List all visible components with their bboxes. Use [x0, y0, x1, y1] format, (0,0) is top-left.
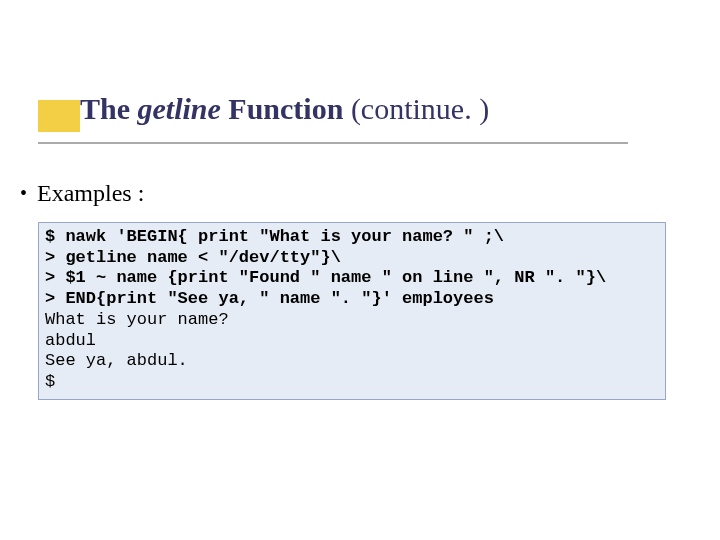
title-text-4: (continue. ) [351, 92, 489, 125]
title-text-3: Function [221, 92, 351, 125]
code-line-2: > getline name < "/dev/tty"}\ [45, 248, 341, 267]
code-line-4: > END{print "See ya, " name ". "}' emplo… [45, 289, 494, 308]
bullet-dot-icon: • [20, 182, 27, 205]
code-line-5: What is your name? [45, 310, 229, 329]
accent-block [38, 100, 80, 132]
title-text-2: getline [138, 92, 221, 125]
code-line-3: > $1 ~ name {print "Found " name " on li… [45, 268, 606, 287]
code-line-8: $ [45, 372, 55, 391]
code-line-6: abdul [45, 331, 96, 350]
code-line-7: See ya, abdul. [45, 351, 188, 370]
bullet-text: Examples : [37, 180, 144, 206]
slide-title: The getline Function (continue. ) [80, 92, 489, 126]
bullet-item: • Examples : [20, 180, 144, 207]
slide: The getline Function (continue. ) • Exam… [0, 0, 720, 540]
title-underline [38, 142, 628, 144]
title-text-1: The [80, 92, 138, 125]
code-block: $ nawk 'BEGIN{ print "What is your name?… [38, 222, 666, 400]
code-line-1: $ nawk 'BEGIN{ print "What is your name?… [45, 227, 504, 246]
